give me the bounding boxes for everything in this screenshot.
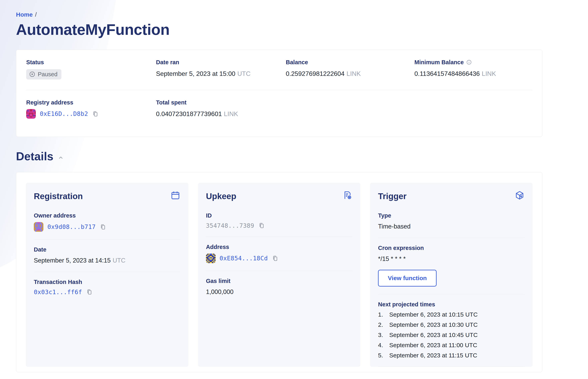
total-spent-label: Total spent — [156, 99, 286, 106]
list-item: 3.September 6, 2023 at 10:45 UTC — [378, 332, 525, 338]
gas-limit-value: 1,000,000 — [206, 288, 353, 296]
details-title: Details — [16, 150, 53, 163]
owner-address-link[interactable]: 0x9d08...b717 — [47, 223, 96, 230]
total-spent-value: 0.04072301877739601LINK — [156, 110, 286, 118]
cron-expression-label: Cron expression — [378, 245, 525, 251]
owner-identicon — [34, 222, 43, 232]
trigger-type-label: Type — [378, 212, 525, 219]
summary-row-2: Registry address 0xE16D...D8b2 Total spe… — [26, 99, 532, 119]
min-balance-value: 0.11364157484866436LINK — [414, 70, 532, 78]
registration-title: Registration — [34, 190, 83, 201]
copy-icon[interactable] — [92, 111, 99, 117]
status-field: Status Paused — [26, 59, 156, 79]
copy-icon[interactable] — [86, 288, 93, 295]
upkeep-id-value: 354748...7389 — [206, 222, 254, 229]
page-container: Home / AutomateMyFunction Status Paused — [0, 0, 543, 372]
paused-octagon-icon — [29, 71, 35, 78]
transaction-hash-section: Transaction Hash 0x03c1...ff6f — [34, 272, 181, 303]
transaction-hash-label: Transaction Hash — [34, 279, 181, 285]
status-label: Status — [26, 59, 156, 66]
gas-limit-section: Gas limit 1,000,000 — [206, 271, 353, 303]
details-heading: Details — [16, 150, 543, 163]
total-spent-field: Total spent 0.04072301877739601LINK — [156, 99, 286, 119]
upkeep-title: Upkeep — [206, 190, 236, 201]
calendar-icon — [170, 190, 181, 200]
status-badge-text: Paused — [38, 71, 57, 78]
trigger-title: Trigger — [378, 190, 407, 201]
owner-address-section: Owner address 0x9d08...b717 — [34, 201, 181, 239]
copy-icon[interactable] — [258, 222, 265, 229]
list-item: 1.September 6, 2023 at 10:15 UTC — [378, 311, 525, 318]
registration-card: Registration Owner address 0x9d08...b717 — [26, 183, 188, 367]
chevron-up-icon[interactable] — [58, 155, 64, 161]
breadcrumb: Home / — [16, 11, 543, 18]
transaction-hash-link[interactable]: 0x03c1...ff6f — [34, 288, 82, 296]
list-item: 4.September 6, 2023 at 11:00 UTC — [378, 342, 525, 348]
next-projected-times-label: Next projected times — [378, 301, 525, 308]
date-ran-field: Date ran September 5, 2023 at 15:00UTC — [156, 59, 286, 79]
upkeep-address-label: Address — [206, 244, 353, 250]
info-icon[interactable] — [466, 59, 472, 65]
next-projected-times-list: 1.September 6, 2023 at 10:15 UTC 2.Septe… — [378, 311, 525, 359]
details-panel: Registration Owner address 0x9d08...b717 — [16, 172, 543, 372]
trigger-type-section: Type Time-based — [378, 201, 525, 238]
gas-limit-label: Gas limit — [206, 278, 353, 284]
list-item: 2.September 6, 2023 at 10:30 UTC — [378, 321, 525, 328]
summary-card: Status Paused Date ran September 5, 2023… — [16, 50, 543, 137]
view-function-button[interactable]: View function — [378, 270, 437, 286]
summary-row-1: Status Paused Date ran September 5, 2023… — [26, 59, 532, 79]
upkeep-address-identicon — [206, 253, 216, 263]
date-ran-label: Date ran — [156, 59, 286, 66]
balance-label: Balance — [286, 59, 414, 66]
registration-date-section: Date September 5, 2023 at 14:15UTC — [34, 239, 181, 272]
summary-divider — [26, 90, 532, 90]
breadcrumb-separator: / — [35, 11, 37, 18]
registration-date-label: Date — [34, 246, 181, 253]
document-gear-icon — [342, 190, 352, 200]
upkeep-card: Upkeep ID 354748...7389 — [198, 183, 361, 367]
page-title: AutomateMyFunction — [16, 21, 543, 38]
date-ran-value: September 5, 2023 at 15:00UTC — [156, 70, 286, 78]
trigger-card: Trigger Type Time-based Cron expression … — [370, 183, 533, 367]
registration-date-value: September 5, 2023 at 14:15UTC — [34, 257, 181, 264]
balance-value: 0.259276981222604LINK — [286, 70, 414, 78]
balance-field: Balance 0.259276981222604LINK — [286, 59, 414, 79]
cube-icon — [515, 190, 525, 200]
cron-expression-section: Cron expression */15 * * * * View functi… — [378, 238, 525, 294]
next-projected-times-section: Next projected times 1.September 6, 2023… — [378, 294, 525, 367]
breadcrumb-home-link[interactable]: Home — [16, 11, 33, 18]
upkeep-id-section: ID 354748...7389 — [206, 201, 353, 237]
registry-address-link[interactable]: 0xE16D...D8b2 — [40, 110, 88, 117]
trigger-type-value: Time-based — [378, 223, 525, 230]
upkeep-address-link[interactable]: 0xE854...18Cd — [220, 255, 268, 262]
min-balance-label: Minimum Balance — [414, 59, 464, 66]
upkeep-address-section: Address 0xE854...18Cd — [206, 237, 353, 271]
copy-icon[interactable] — [272, 255, 279, 262]
min-balance-field: Minimum Balance 0.11364157484866436LINK — [414, 59, 532, 79]
list-item: 5.September 6, 2023 at 11:15 UTC — [378, 352, 525, 359]
upkeep-id-label: ID — [206, 212, 353, 219]
registry-address-field: Registry address 0xE16D...D8b2 — [26, 99, 156, 119]
cron-expression-value: */15 * * * * — [378, 255, 525, 263]
copy-icon[interactable] — [100, 223, 106, 230]
registry-address-label: Registry address — [26, 99, 156, 106]
owner-address-label: Owner address — [34, 212, 181, 219]
status-badge: Paused — [26, 69, 61, 79]
registry-identicon — [26, 109, 36, 119]
